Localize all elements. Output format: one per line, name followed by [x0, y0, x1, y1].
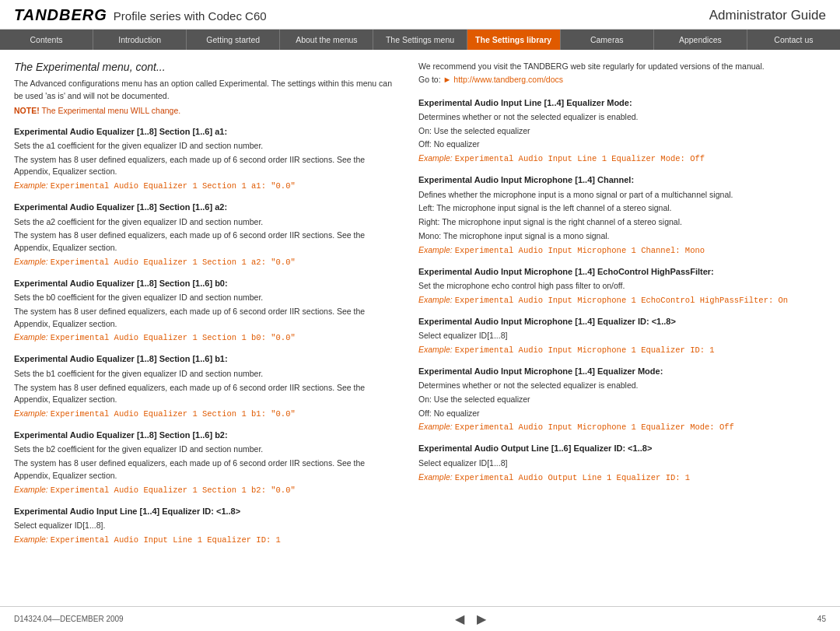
section-example: Example: Experimental Audio Input Microp… — [418, 422, 800, 432]
section-desc2: On: Use the selected equalizer — [418, 125, 800, 138]
section-desc1: Select equalizer ID[1...8]. — [14, 520, 395, 532]
section-desc1: Set the microphone echo control high pas… — [418, 280, 800, 293]
section-desc1: Select equalizer ID[1...8] — [418, 457, 800, 470]
section-example: Example: Experimental Audio Input Microp… — [418, 295, 800, 305]
right-column: We recommend you visit the TANDBERG web … — [418, 61, 800, 556]
section-desc3: Right: The microphone input signal is th… — [418, 216, 800, 229]
section-example: Example: Experimental Audio Input Microp… — [418, 245, 800, 255]
nav-item-introduction[interactable]: Introduction — [93, 30, 187, 50]
section-example: Example: Experimental Audio Input Microp… — [418, 345, 800, 355]
nav-bar: ContentsIntroductionGetting startedAbout… — [0, 30, 840, 50]
section-title: Experimental Audio Equalizer [1..8] Sect… — [14, 353, 395, 365]
section-eq-b1: Experimental Audio Equalizer [1..8] Sect… — [14, 353, 395, 419]
section-input-mic-eq-id: Experimental Audio Input Microphone [1..… — [418, 316, 800, 355]
section-example: Example: Experimental Audio Equalizer 1 … — [14, 408, 395, 419]
section-desc2: The system has 8 user defined equalizers… — [14, 306, 395, 331]
nav-item-getting-started[interactable]: Getting started — [187, 30, 280, 50]
right-intro: We recommend you visit the TANDBERG web … — [418, 61, 800, 86]
footer-doc-id: D14324.04—DECEMBER 2009 — [14, 615, 124, 623]
section-desc1: Sets the a2 coefficient for the given eq… — [14, 216, 395, 229]
section-desc4: Mono: The microphone input signal is a m… — [418, 230, 800, 243]
section-example: Example: Experimental Audio Equalizer 1 … — [14, 332, 395, 342]
page-heading: The Experimental menu, cont... — [14, 61, 395, 73]
page-header: TANDBERG Profile series with Codec C60 A… — [0, 0, 840, 30]
section-desc2: The system has 8 user defined equalizers… — [14, 457, 395, 482]
section-example: Example: Experimental Audio Input Line 1… — [14, 535, 395, 545]
section-desc3: Off: No equalizer — [418, 408, 800, 420]
section-eq-a2: Experimental Audio Equalizer [1..8] Sect… — [14, 202, 395, 267]
section-input-line-mode: Experimental Audio Input Line [1..4] Equ… — [418, 97, 800, 164]
nav-item-the-settings-menu[interactable]: The Settings menu — [373, 30, 467, 50]
section-eq-a1: Experimental Audio Equalizer [1..8] Sect… — [14, 126, 395, 191]
section-example: Example: Experimental Audio Equalizer 1 … — [14, 485, 395, 495]
section-desc3: Off: No equalizer — [418, 138, 800, 151]
section-title: Experimental Audio Input Microphone [1..… — [418, 266, 800, 278]
section-desc1: Sets the b1 coefficient for the given eq… — [14, 368, 395, 380]
section-title: Experimental Audio Equalizer [1..8] Sect… — [14, 126, 395, 138]
nav-item-contents[interactable]: Contents — [0, 30, 93, 50]
section-example: Example: Experimental Audio Input Line 1… — [418, 153, 800, 163]
section-title: Experimental Audio Output Line [1..6] Eq… — [418, 443, 800, 454]
section-desc2: Left: The microphone input signal is the… — [418, 202, 800, 215]
footer-navigation: ◀ ▶ — [455, 612, 486, 626]
right-sections: Experimental Audio Input Line [1..4] Equ… — [418, 97, 800, 482]
section-eq-b0: Experimental Audio Equalizer [1..8] Sect… — [14, 278, 395, 343]
tandberg-link[interactable]: http://www.tandberg.com/docs — [453, 75, 563, 84]
section-desc2: The system has 8 user defined equalizers… — [14, 154, 395, 179]
intro-text: The Advanced configurations menu has an … — [14, 78, 395, 103]
section-desc1: Determines whether or not the selected e… — [418, 111, 800, 124]
header-brand-area: TANDBERG Profile series with Codec C60 — [14, 6, 267, 24]
section-title: Experimental Audio Equalizer [1..8] Sect… — [14, 278, 395, 289]
section-input-mic-echo: Experimental Audio Input Microphone [1..… — [418, 266, 800, 305]
section-desc1: Sets the a1 coefficient for the given eq… — [14, 140, 395, 152]
section-desc1: Select equalizer ID[1...8] — [418, 330, 800, 342]
section-title: Experimental Audio Input Microphone [1..… — [418, 366, 800, 377]
section-input-line-id: Experimental Audio Input Line [1..4] Equ… — [14, 506, 395, 545]
section-example: Example: Experimental Audio Equalizer 1 … — [14, 257, 395, 267]
section-desc1: Sets the b0 coefficient for the given eq… — [14, 292, 395, 304]
section-output-line-eq-id: Experimental Audio Output Line [1..6] Eq… — [418, 443, 800, 482]
section-desc2: The system has 8 user defined equalizers… — [14, 230, 395, 254]
section-desc2: The system has 8 user defined equalizers… — [14, 382, 395, 407]
left-sections: Experimental Audio Equalizer [1..8] Sect… — [14, 126, 395, 545]
left-column: The Experimental menu, cont... The Advan… — [14, 61, 395, 556]
page-footer: D14324.04—DECEMBER 2009 ◀ ▶ 45 — [0, 606, 840, 631]
section-title: Experimental Audio Input Microphone [1..… — [418, 174, 800, 186]
main-content: The Experimental menu, cont... The Advan… — [0, 50, 840, 563]
section-example: Example: Experimental Audio Output Line … — [418, 472, 800, 482]
prev-page-button[interactable]: ◀ — [455, 612, 464, 626]
section-input-mic-channel: Experimental Audio Input Microphone [1..… — [418, 174, 800, 254]
header-subtitle: Profile series with Codec C60 — [114, 9, 267, 23]
section-desc1: Sets the b2 coefficient for the given eq… — [14, 443, 395, 456]
nav-item-contact-us[interactable]: Contact us — [747, 30, 840, 50]
section-example: Example: Experimental Audio Equalizer 1 … — [14, 181, 395, 191]
section-title: Experimental Audio Equalizer [1..8] Sect… — [14, 202, 395, 213]
nav-item-about-the-menus[interactable]: About the menus — [280, 30, 373, 50]
note-text: NOTE! The Experimental menu WILL change. — [14, 106, 395, 115]
next-page-button[interactable]: ▶ — [477, 612, 486, 626]
header-title: Administrator Guide — [709, 8, 826, 23]
section-title: Experimental Audio Input Line [1..4] Equ… — [418, 97, 800, 109]
section-title: Experimental Audio Equalizer [1..8] Sect… — [14, 429, 395, 441]
section-title: Experimental Audio Input Microphone [1..… — [418, 316, 800, 328]
section-desc1: Determines whether or not the selected e… — [418, 380, 800, 392]
nav-item-the-settings-library[interactable]: The Settings library — [467, 30, 561, 50]
nav-item-appendices[interactable]: Appendices — [654, 30, 747, 50]
section-desc2: On: Use the selected equalizer — [418, 394, 800, 406]
nav-item-cameras[interactable]: Cameras — [561, 30, 654, 50]
footer-page-number: 45 — [817, 615, 826, 623]
brand-logo: TANDBERG — [14, 6, 107, 24]
section-eq-b2: Experimental Audio Equalizer [1..8] Sect… — [14, 429, 395, 495]
section-desc1: Defines whether the microphone input is … — [418, 189, 800, 202]
section-title: Experimental Audio Input Line [1..4] Equ… — [14, 506, 395, 517]
section-input-mic-eq-mode: Experimental Audio Input Microphone [1..… — [418, 366, 800, 433]
